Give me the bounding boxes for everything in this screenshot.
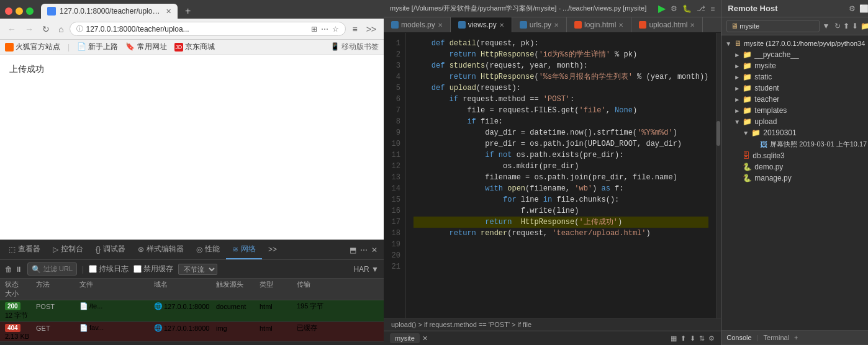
code-line: if file: <box>414 116 708 127</box>
editor-tab-urls[interactable]: urls.py ✕ <box>512 17 567 32</box>
devtools-tab-style[interactable]: ⊛ 样式编辑器 <box>132 240 190 259</box>
settings-gear-icon[interactable]: ⚙ <box>708 334 715 343</box>
har-button[interactable]: HAR ▼ <box>353 265 379 274</box>
run-icon[interactable]: ▶ <box>658 2 666 14</box>
tab-label: login.html <box>584 20 616 29</box>
performance-icon: ◎ <box>196 245 202 254</box>
sync-icon[interactable]: ⇅ <box>699 334 705 343</box>
settings-icon[interactable]: ⚙ <box>849 4 856 13</box>
clear-icon[interactable]: 🗑 <box>5 265 12 274</box>
tab-label: 查看器 <box>18 244 40 254</box>
devtools-dot-icon[interactable]: ⋯ <box>360 246 368 254</box>
tree-item-upload[interactable]: ▼ 📁 upload <box>721 116 868 127</box>
tree-item-templates[interactable]: ► 📁 templates <box>721 105 868 116</box>
more-menu-button[interactable]: ≡ <box>350 23 359 35</box>
tree-item-label: teacher <box>754 95 779 104</box>
code-content[interactable]: def detail(request, pk): return HttpResp… <box>406 33 716 318</box>
tree-item-static[interactable]: ► 📁 static <box>721 71 868 83</box>
new-folder-icon[interactable]: 📁 <box>861 22 868 30</box>
editor-tab-login[interactable]: login.html ✕ <box>567 17 631 32</box>
devtools-tab-performance[interactable]: ◎ 性能 <box>190 240 226 259</box>
tree-item-teacher[interactable]: ► 📁 teacher <box>721 94 868 105</box>
tab-close-icon[interactable]: ✕ <box>438 22 443 29</box>
devtools-tab-network[interactable]: ≋ 网络 <box>226 240 262 259</box>
close-button[interactable] <box>5 7 12 15</box>
remote-title: Remote Host <box>728 4 777 13</box>
disable-cache-checkbox[interactable]: 禁用缓存 <box>133 264 173 274</box>
checkbox-input[interactable] <box>133 265 142 273</box>
debug-icon[interactable]: 🐛 <box>682 4 692 13</box>
filter-input[interactable]: 🔍 过滤 URL <box>27 262 77 276</box>
tab-close-icon[interactable]: ✕ <box>554 22 559 29</box>
refresh-icon[interactable]: ↻ <box>834 22 841 30</box>
tree-item-root-mysite[interactable]: ▼ 🖥 mysite (127.0.0.1:/home/pyvip/python… <box>721 38 868 49</box>
bookmark-mobile[interactable]: 📱 移动版书签 <box>330 42 379 52</box>
dropdown-icon[interactable]: ▼ <box>822 22 830 30</box>
mysite-tab[interactable]: mysite <box>390 333 420 343</box>
bookmark-jd[interactable]: JD 京东商城 <box>174 42 215 52</box>
devtools-tab-more[interactable]: >> <box>262 241 283 259</box>
reload-button[interactable]: ↻ <box>40 23 52 35</box>
new-tab-button[interactable]: + <box>180 4 196 19</box>
back-button[interactable]: ← <box>5 23 19 35</box>
tree-item-student[interactable]: ► 📁 student <box>721 83 868 94</box>
devtools-tab-element[interactable]: ⬚ 查看器 <box>2 240 47 259</box>
scrollbar[interactable] <box>716 33 721 318</box>
terminal-icon[interactable]: ▦ <box>671 334 677 343</box>
bottom-tab-console[interactable]: Console <box>726 334 751 341</box>
tree-item-mysite[interactable]: ► 📁 mysite <box>721 60 868 71</box>
editor-tab-views[interactable]: views.py ✕ <box>451 17 512 32</box>
tree-item-label: manage.py <box>754 174 791 182</box>
settings-icon[interactable]: ≡ <box>710 4 715 13</box>
upload-icon[interactable]: ⬆ <box>680 334 686 343</box>
active-tab[interactable]: 127.0.0.1:8000/teacher/upload/ ✕ <box>41 4 178 19</box>
forward-button[interactable]: → <box>22 23 36 35</box>
checkbox-input[interactable] <box>89 265 97 273</box>
editor-tab-upload[interactable]: upload.html ✕ <box>631 17 703 32</box>
tab-close-button[interactable]: ✕ <box>166 7 171 16</box>
download-icon[interactable]: ⬇ <box>690 334 695 343</box>
tree-item-db[interactable]: 🗄 db.sqlite3 <box>721 150 868 161</box>
url-box[interactable]: ⓘ 127.0.0.1:8000/teacher/uploa... ⊞ ⋯ ☆ <box>70 22 346 36</box>
devtools-dock-icon[interactable]: ⬒ <box>350 246 356 254</box>
close-tab-icon[interactable]: ✕ <box>422 334 428 343</box>
minimize-button[interactable] <box>16 7 23 15</box>
secure-icon: ⓘ <box>76 24 83 34</box>
network-row[interactable]: 404 GET 📄fav... 🌐127.0.0.1:8000 img html… <box>0 322 384 342</box>
qr-icon[interactable]: ⊞ <box>311 25 317 34</box>
vcs-icon[interactable]: ⎇ <box>697 4 705 13</box>
sidebar-toggle[interactable]: >> <box>364 23 379 35</box>
tree-item-demo[interactable]: 🐍 demo.py <box>721 161 868 172</box>
devtools-close-icon[interactable]: ✕ <box>371 246 377 254</box>
build-icon[interactable]: ⚙ <box>671 4 677 13</box>
maximize-button[interactable] <box>26 7 34 15</box>
tree-item-screenshot[interactable]: 🖼 屏幕快照 2019-03-01 上午10.17 <box>721 138 868 150</box>
tab-close-icon[interactable]: ✕ <box>618 22 623 29</box>
add-terminal-icon[interactable]: + <box>794 334 798 341</box>
tab-close-icon[interactable]: ✕ <box>690 22 695 29</box>
bookmark-beginner[interactable]: 📄 新手上路 <box>77 42 118 52</box>
bookmark-firefox[interactable]: 火狐官方站点 <box>5 42 60 52</box>
bookmark-star-icon[interactable]: ☆ <box>332 25 339 34</box>
more-icon[interactable]: ⋯ <box>321 25 328 34</box>
pause-icon[interactable]: ⏸ <box>15 265 22 274</box>
scrollbar-thumb[interactable] <box>717 121 720 146</box>
home-button[interactable]: ⌂ <box>56 23 66 35</box>
tree-item-20190301[interactable]: ▼ 📁 20190301 <box>721 127 868 138</box>
editor-tab-models[interactable]: models.py ✕ <box>384 17 451 32</box>
persistent-log-checkbox[interactable]: 持续日志 <box>89 264 129 274</box>
upload-file-icon[interactable]: ⬆ <box>843 22 849 30</box>
network-row[interactable]: 200 POST 📄/te... 🌐127.0.0.1:8000 documen… <box>0 300 384 322</box>
tree-item-pycache[interactable]: ► 📁 __pycache__ <box>721 49 868 60</box>
bottom-tab-terminal[interactable]: Terminal <box>764 334 790 341</box>
maximize-icon[interactable]: ⬜ <box>859 4 868 13</box>
throttle-select[interactable]: 不节流 <box>178 264 217 275</box>
tree-item-manage[interactable]: 🐍 manage.py <box>721 172 868 184</box>
devtools-tab-debugger[interactable]: {} 调试器 <box>89 240 132 259</box>
devtools-tab-console[interactable]: ▷ 控制台 <box>47 240 89 259</box>
tab-close-icon[interactable]: ✕ <box>499 22 504 29</box>
download-file-icon[interactable]: ⬇ <box>852 22 858 30</box>
tree-item-label: 屏幕快照 2019-03-01 上午10.17 <box>770 140 867 149</box>
bookmark-links[interactable]: 🔖 常用网址 <box>125 42 166 52</box>
tree-arrow: ▼ <box>725 40 731 47</box>
